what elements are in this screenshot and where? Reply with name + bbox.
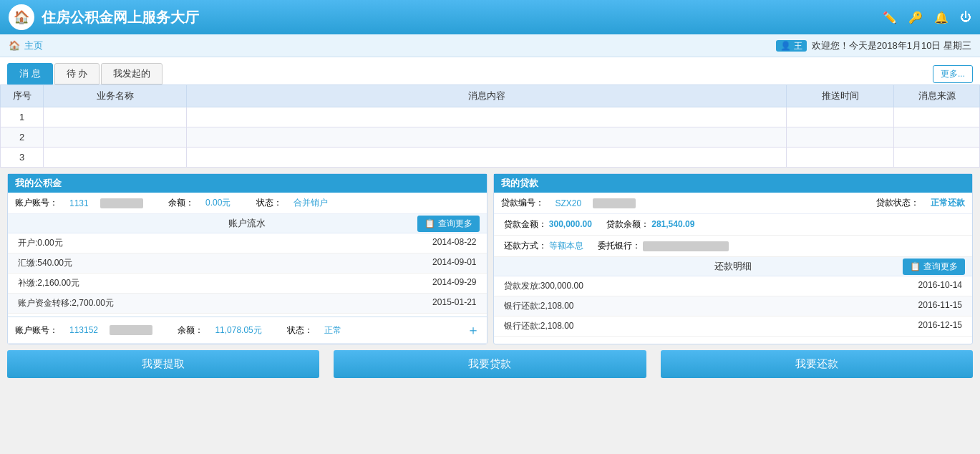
- flow-query-btn[interactable]: 📋 查询更多: [417, 216, 480, 232]
- loan-button[interactable]: 我要贷款: [334, 350, 646, 378]
- fund-account1-status-label: 状态：: [256, 197, 282, 209]
- cell-time-2: [787, 127, 894, 148]
- tab-messages[interactable]: 消 息: [7, 63, 53, 84]
- welcome-text: 欢迎您！今天是2018年1月10日 星期三: [812, 40, 971, 51]
- repay-query-icon: 📋: [910, 261, 921, 271]
- loan-amount: 300,000.00: [549, 219, 592, 229]
- loan-remaining-label: 贷款余额：: [606, 219, 649, 229]
- breadcrumb-left: 🏠 主页: [9, 39, 43, 52]
- app-logo: 🏠: [9, 4, 34, 30]
- tx-desc-1: 开户:0.00元: [18, 237, 63, 249]
- loan-repay-label: 还款方式：: [504, 241, 547, 251]
- table-row: 1: [1, 107, 980, 127]
- cell-biz-3: [44, 148, 187, 168]
- repay-date-2: 2016-11-15: [918, 300, 962, 312]
- cell-seq-2: 2: [1, 127, 44, 148]
- repay-tx-list: 贷款发放:300,000.00 2016-10-14 银行还款:2,108.00…: [494, 276, 973, 337]
- query-icon: 📋: [424, 218, 435, 228]
- loan-num-label: 贷款编号：: [501, 197, 544, 209]
- fund-panel-title: 我的公积金: [8, 174, 487, 193]
- edit-icon[interactable]: ✏️: [883, 11, 897, 24]
- tx-desc-3: 补缴:2,160.00元: [18, 277, 79, 289]
- repay-subheader: 还款明细 📋 查询更多: [494, 257, 973, 276]
- repay-row: 银行还款:2,108.00 2016-12-15: [494, 317, 973, 337]
- fund-account2-label: 账户账号：: [15, 324, 58, 337]
- fund-account2-row: 账户账号：113152 余额：11,078.05元 状态：正常 ＋: [8, 317, 487, 344]
- repay-detail-title: 还款明细: [714, 260, 752, 273]
- bottom-buttons-area: 我要提取 我要贷款 我要还款: [0, 350, 980, 384]
- withdraw-button[interactable]: 我要提取: [7, 350, 319, 378]
- breadcrumb: 🏠 主页 👤 王 欢迎您！今天是2018年1月10日 星期三: [0, 34, 980, 57]
- cell-seq-1: 1: [1, 107, 44, 127]
- loan-remaining-group: 贷款余额： 281,540.09: [606, 218, 694, 231]
- fund-account1-label: 账户账号：: [15, 197, 58, 209]
- cell-time-3: [787, 148, 894, 168]
- loan-num-masked: [593, 198, 636, 208]
- loan-repay-row: 还款方式： 等额本息 委托银行：: [494, 236, 973, 257]
- loan-status-label: 贷款状态：: [876, 197, 919, 209]
- loan-amount-label: 贷款金额: [504, 219, 538, 229]
- cell-content-2: [187, 127, 787, 148]
- tx-row: 开户:0.00元 2014-08-22: [8, 233, 487, 253]
- cell-content-3: [187, 148, 787, 168]
- loan-bank-masked: [643, 241, 729, 251]
- flow-subheader: 账户流水 📋 查询更多: [8, 214, 487, 233]
- fund-account2-balance-label: 余额：: [178, 324, 203, 337]
- loan-header-row: 贷款编号： SZX20 贷款状态： 正常还款: [494, 193, 973, 214]
- cell-source-1: [894, 107, 980, 127]
- add-account-icon[interactable]: ＋: [467, 322, 480, 339]
- bell-icon[interactable]: 🔔: [934, 11, 949, 24]
- header-icons: ✏️ 🔑 🔔 ⏻: [883, 11, 971, 24]
- sep2: [242, 198, 244, 208]
- panels-area: 我的公积金 账户账号：1131 余额：0.00元 状态：合并销户 账户流水 📋 …: [0, 168, 980, 350]
- repay-query-btn[interactable]: 📋 查询更多: [903, 259, 965, 275]
- repay-date-3: 2016-12-15: [918, 320, 962, 332]
- loan-remaining: 281,540.09: [651, 219, 694, 229]
- tx-row: 账户资金转移:2,700.00元 2015-01-21: [8, 294, 487, 314]
- fund-tx-list: 开户:0.00元 2014-08-22 汇缴:540.00元 2014-09-0…: [8, 233, 487, 314]
- loan-status: 正常还款: [931, 197, 965, 209]
- repay-button[interactable]: 我要还款: [661, 350, 973, 378]
- more-button[interactable]: 更多...: [933, 65, 973, 83]
- cell-content-1: [187, 107, 787, 127]
- tx-date-2: 2014-09-01: [432, 257, 476, 269]
- col-time: 推送时间: [787, 85, 894, 107]
- app-title: 住房公积金网上服务大厅: [42, 8, 199, 27]
- tab-pending[interactable]: 待 办: [54, 63, 100, 84]
- cell-source-2: [894, 127, 980, 148]
- cell-biz-2: [44, 127, 187, 148]
- power-icon[interactable]: ⏻: [960, 11, 971, 24]
- tx-desc-2: 汇缴:540.00元: [18, 257, 72, 269]
- fund-account2-status-label: 状态：: [287, 324, 313, 337]
- tx-date-3: 2014-09-29: [432, 277, 476, 289]
- tx-date-4: 2015-01-21: [432, 297, 476, 309]
- fund-account1-status: 合并销户: [293, 197, 328, 209]
- cell-time-1: [787, 107, 894, 127]
- breadcrumb-right: 👤 王 欢迎您！今天是2018年1月10日 星期三: [776, 39, 971, 52]
- repay-row: 银行还款:2,108.00 2016-11-15: [494, 296, 973, 317]
- loan-bank-group: 委托银行：: [598, 240, 729, 252]
- home-link[interactable]: 主页: [24, 39, 43, 52]
- col-seq: 序号: [1, 85, 44, 107]
- fund-panel: 我的公积金 账户账号：1131 余额：0.00元 状态：合并销户 账户流水 📋 …: [7, 173, 487, 344]
- tab-list: 消 息 待 办 我发起的: [7, 63, 162, 84]
- home-icon: 🏠: [9, 40, 20, 51]
- fund-account2-num: 113152: [69, 325, 98, 335]
- cell-biz-1: [44, 107, 187, 127]
- tab-initiated[interactable]: 我发起的: [101, 63, 162, 84]
- sep4: [273, 325, 276, 335]
- repay-desc-2: 银行还款:2,108.00: [504, 300, 574, 312]
- fund-account1-row: 账户账号：1131 余额：0.00元 状态：合并销户: [8, 193, 487, 214]
- key-icon[interactable]: 🔑: [908, 11, 923, 24]
- cell-source-3: [894, 148, 980, 168]
- repay-desc-3: 银行还款:2,108.00: [504, 320, 574, 332]
- loan-amount-group: 贷款金额： 300,000.00: [504, 218, 592, 231]
- col-biz: 业务名称: [44, 85, 187, 107]
- repay-desc-1: 贷款发放:300,000.00: [504, 280, 583, 292]
- loan-num: SZX20: [556, 198, 582, 208]
- fund-account1-masked: [100, 198, 143, 208]
- sep3: [164, 325, 166, 335]
- loan-repay-method: 等额本息: [549, 241, 583, 251]
- loan-panel-title: 我的贷款: [494, 174, 973, 193]
- loan-panel: 我的贷款 贷款编号： SZX20 贷款状态： 正常还款 贷款金额： 300,00…: [493, 173, 974, 344]
